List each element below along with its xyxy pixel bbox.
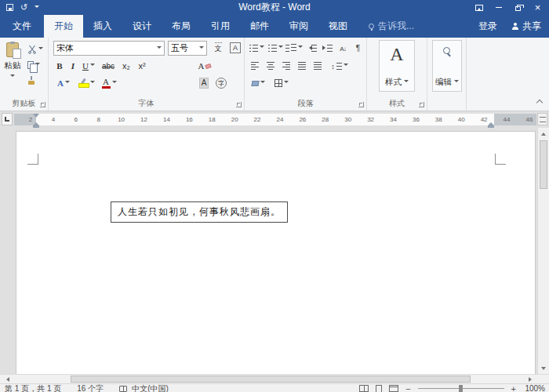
font-family-select[interactable]: 宋体 — [53, 41, 165, 56]
font-size-select[interactable]: 五号 — [168, 41, 207, 56]
bullets-button[interactable] — [248, 41, 265, 55]
increase-indent-button[interactable] — [320, 41, 334, 55]
shading-button[interactable] — [248, 76, 268, 90]
tab-file[interactable]: 文件 — [0, 15, 44, 38]
align-left-icon — [251, 62, 259, 70]
paste-button[interactable]: 粘贴 — [2, 41, 24, 96]
scroll-right-button[interactable] — [525, 375, 536, 383]
bold-button[interactable]: B — [53, 59, 66, 73]
zoom-out-button[interactable] — [405, 384, 410, 392]
undo-icon[interactable] — [20, 3, 27, 12]
close-button[interactable] — [528, 0, 547, 15]
show-formatting-marks-button[interactable] — [351, 41, 365, 55]
ribbon-tab[interactable]: 设计 — [122, 15, 162, 38]
zoom-slider-thumb[interactable] — [459, 385, 463, 392]
print-layout-button[interactable] — [376, 385, 382, 392]
right-indent-marker[interactable] — [488, 119, 494, 125]
tab-stop-selector[interactable] — [2, 113, 13, 125]
character-shading-button[interactable]: A — [196, 76, 212, 90]
decrease-indent-button[interactable] — [304, 41, 318, 55]
minimize-button[interactable] — [489, 0, 508, 15]
italic-button[interactable]: I — [67, 59, 78, 73]
ruler-numbers: 2468101214161820222426283032343638404244… — [14, 114, 536, 125]
zoom-in-button[interactable] — [511, 384, 516, 392]
tell-me-box[interactable]: 告诉我... — [369, 15, 414, 38]
enclose-characters-button[interactable]: 字 — [213, 76, 229, 90]
paragraph-dialog-launcher[interactable] — [358, 102, 364, 107]
sign-in-button[interactable]: 登录 — [478, 15, 497, 38]
underline-button[interactable]: U — [80, 59, 97, 73]
clipboard-dialog-launcher[interactable] — [40, 102, 45, 107]
sort-button[interactable] — [336, 41, 350, 55]
justify-button[interactable] — [295, 59, 309, 73]
ruler-toggle-button[interactable] — [537, 113, 547, 125]
ribbon-tab[interactable]: 开始 — [44, 15, 83, 38]
strikethrough-button[interactable]: abc — [99, 59, 118, 73]
left-indent-marker[interactable] — [33, 119, 39, 125]
ribbon-tab[interactable]: 审阅 — [279, 15, 318, 38]
document-page[interactable]: 人生若只如初见，何事秋风悲画扇。 — [16, 131, 536, 374]
web-layout-button[interactable] — [389, 385, 398, 392]
numbering-button[interactable] — [267, 41, 284, 55]
font-color-button[interactable]: A — [99, 76, 119, 90]
save-icon[interactable] — [6, 4, 13, 11]
ribbon-display-options-button[interactable] — [469, 0, 489, 15]
word-count[interactable]: 16 个字 — [77, 383, 104, 392]
customize-toolbar-chevron-icon[interactable] — [35, 5, 39, 10]
styles-gallery-button[interactable]: A 样式 — [379, 40, 415, 92]
subscript-button[interactable]: x₂ — [119, 59, 133, 73]
scroll-down-button[interactable] — [538, 363, 549, 374]
distribute-button[interactable] — [311, 59, 325, 73]
multilevel-list-button[interactable] — [285, 41, 303, 55]
restore-button[interactable] — [508, 0, 528, 15]
zoom-level[interactable]: 100% — [523, 384, 545, 392]
ruler-number: 28 — [320, 114, 331, 125]
horizontal-scroll-thumb[interactable] — [71, 376, 471, 383]
numbered-list-icon — [268, 45, 277, 52]
scissors-icon — [27, 45, 37, 54]
ribbon-tab[interactable]: 布局 — [162, 15, 201, 38]
spell-check-icon[interactable] — [119, 386, 127, 392]
text-highlight-button[interactable] — [75, 76, 97, 90]
editing-button[interactable]: 编辑 — [432, 40, 462, 92]
page-indicator[interactable]: 第 1 页，共 1 页 — [5, 383, 61, 392]
ribbon-tab[interactable]: 视图 — [318, 15, 358, 38]
clear-formatting-button[interactable]: A — [195, 59, 215, 73]
scroll-up-button[interactable] — [538, 128, 549, 139]
scroll-left-button[interactable] — [2, 375, 13, 383]
align-right-button[interactable] — [279, 59, 293, 73]
format-painter-button[interactable] — [26, 74, 45, 86]
borders-button[interactable] — [271, 76, 292, 90]
document-paragraph[interactable]: 人生若只如初见，何事秋风悲画扇。 — [111, 201, 288, 223]
line-spacing-button[interactable] — [328, 59, 351, 73]
styles-dialog-launcher[interactable] — [419, 102, 424, 107]
vertical-scroll-thumb[interactable] — [540, 140, 547, 189]
clipboard-group: 粘贴 剪贴板 — [0, 38, 49, 111]
horizontal-ruler[interactable]: 2468101214161820222426283032343638404244… — [14, 114, 536, 125]
paint-bucket-icon — [251, 81, 259, 86]
phonetic-guide-button[interactable]: 文 — [210, 41, 226, 55]
ribbon-tab[interactable]: 邮件 — [240, 15, 279, 38]
language-indicator[interactable]: 中文(中国) — [132, 383, 169, 392]
ruler-number: 30 — [343, 114, 354, 125]
font-dialog-launcher[interactable] — [236, 102, 242, 107]
superscript-button[interactable]: x² — [135, 59, 149, 73]
text-effects-button[interactable]: A — [53, 76, 74, 90]
copy-button[interactable] — [26, 59, 45, 71]
cut-button[interactable] — [26, 43, 45, 55]
vertical-scrollbar[interactable] — [537, 128, 549, 374]
ruler-number: 14 — [161, 114, 172, 125]
share-button[interactable]: 共享 — [511, 15, 541, 38]
read-mode-button[interactable] — [359, 385, 369, 392]
ribbon-tab[interactable]: 插入 — [83, 15, 122, 38]
ruler-number: 40 — [456, 114, 467, 125]
horizontal-scrollbar[interactable] — [0, 374, 549, 383]
eraser-icon — [205, 63, 212, 68]
collapse-ribbon-button[interactable] — [536, 100, 543, 106]
align-left-button[interactable] — [248, 59, 262, 73]
distribute-icon — [314, 62, 322, 70]
character-border-button[interactable]: A — [227, 41, 243, 55]
align-center-button[interactable] — [264, 59, 278, 73]
zoom-slider[interactable] — [418, 388, 504, 389]
ribbon-tab[interactable]: 引用 — [201, 15, 240, 38]
